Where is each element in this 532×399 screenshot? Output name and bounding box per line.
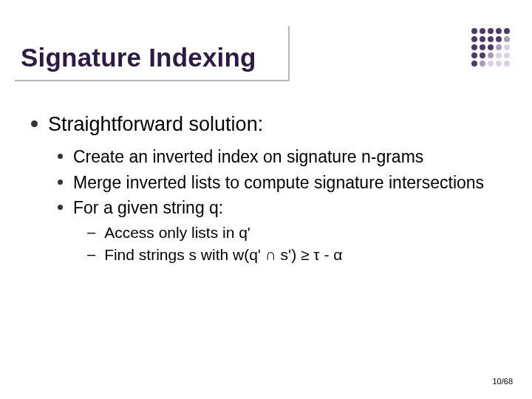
divider-horizontal	[15, 80, 288, 81]
bullet-level2: Create an inverted index on signature n-…	[58, 146, 502, 168]
bullet-text: Access only lists in q'	[104, 223, 250, 242]
bullet-text: Merge inverted lists to compute signatur…	[73, 172, 484, 194]
bullet-text: Create an inverted index on signature n-…	[73, 146, 423, 168]
bullet-level2: Merge inverted lists to compute signatur…	[58, 172, 502, 194]
dash-icon: –	[87, 224, 95, 241]
bullet-text: For a given string q:	[73, 197, 223, 219]
level3-group: – Access only lists in q' – Find strings…	[87, 223, 502, 265]
bullet-level3: – Access only lists in q'	[87, 223, 502, 242]
bullet-icon	[58, 154, 63, 159]
divider-vertical	[288, 26, 290, 81]
bullet-text: Find strings s with w(q' ∩ s') ≥ τ - α	[104, 245, 342, 265]
bullet-level3: – Find strings s with w(q' ∩ s') ≥ τ - α	[87, 245, 502, 265]
bullet-text: Straightforward solution:	[48, 112, 263, 137]
slide-title: Signature Indexing	[21, 43, 256, 72]
bullet-icon	[58, 205, 63, 210]
dash-icon: –	[87, 246, 95, 263]
slide-body: Straightforward solution: Create an inve…	[31, 112, 502, 268]
decor-dot-grid	[471, 28, 510, 66]
page-number: 10/68	[492, 377, 513, 386]
level2-group: Create an inverted index on signature n-…	[58, 146, 502, 265]
bullet-level2: For a given string q:	[58, 197, 502, 219]
slide: Signature Indexing Straightforward solut…	[0, 0, 532, 399]
bullet-icon	[58, 180, 63, 185]
bullet-level1: Straightforward solution:	[31, 112, 502, 137]
bullet-icon	[31, 120, 38, 127]
